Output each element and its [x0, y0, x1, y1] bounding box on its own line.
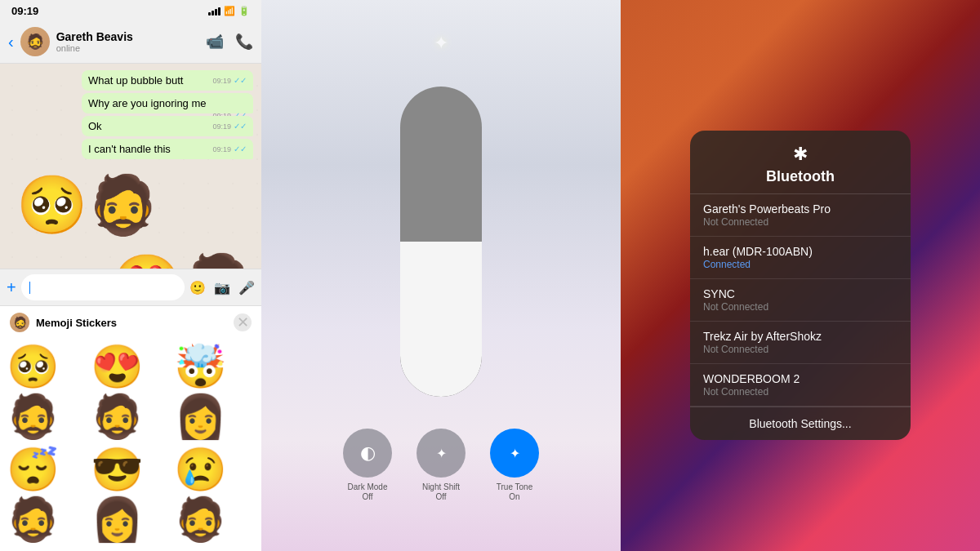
true-tone-icon: ✦ [490, 429, 539, 478]
bluetooth-title: Bluetooth [703, 168, 898, 185]
bluetooth-device-powerbeats[interactable]: Gareth's Powerbeats Pro Not Connected [690, 194, 911, 237]
bluetooth-header: ✱ Bluetooth [690, 131, 911, 193]
sticker-item-6[interactable]: 😢🧔 [174, 445, 255, 544]
night-shift-button[interactable]: ✦ Night ShiftOff [416, 429, 466, 502]
bluetooth-panel: ✱ Bluetooth Gareth's Powerbeats Pro Not … [621, 0, 980, 551]
message-bubble-3: Ok 09:19 ✓✓ [82, 116, 253, 136]
night-shift-label: Night ShiftOff [422, 482, 460, 502]
sticker-item-4[interactable]: 😴🧔 [7, 445, 87, 544]
sticker-grid: 🥺🧔 😍🧔 🤯👩 😴🧔 😎👩 😢🧔 [0, 339, 261, 551]
device-name-powerbeats: Gareth's Powerbeats Pro [703, 202, 898, 216]
whatsapp-panel: 09:19 📶 🔋 ‹ 🧔 Gareth Beavis online 📹 📞 W [0, 0, 261, 551]
device-name-trekz: Trekz Air by AfterShokz [703, 330, 898, 343]
slider-fill [400, 242, 482, 397]
bluetooth-card: ✱ Bluetooth Gareth's Powerbeats Pro Not … [690, 131, 911, 440]
device-status-trekz: Not Connected [703, 344, 898, 355]
microphone-button[interactable]: 🎤 [238, 280, 255, 295]
video-call-icon[interactable]: 📹 [206, 33, 224, 51]
message-bubble-2: Why are you ignoring me 09:19 ✓✓ [82, 93, 253, 113]
sticker-panel-header: 🧔 Memoji Stickers ✕ [0, 306, 261, 339]
sticker-title-row: 🧔 Memoji Stickers [10, 313, 117, 332]
battery-icon: 🔋 [238, 6, 250, 16]
add-attachment-button[interactable]: + [7, 278, 16, 297]
message-input-area: + 🙂 📷 🎤 [0, 269, 261, 305]
double-check-icon-4: ✓✓ [234, 144, 247, 153]
sticker-pack-title: Memoji Stickers [36, 317, 117, 329]
sticker-pack-avatar: 🧔 [10, 313, 29, 332]
brightness-slider[interactable] [400, 87, 482, 397]
sticker-sent: 😍🧔 09:19 ✓✓ [8, 251, 253, 269]
bluetooth-icon: ✱ [703, 144, 898, 165]
dark-mode-button[interactable]: ◐ Dark ModeOff [343, 429, 392, 502]
sticker-item-2[interactable]: 😍🧔 [91, 342, 172, 442]
sticker-item-3[interactable]: 🤯👩 [174, 342, 255, 442]
sticker-item-1[interactable]: 🥺🧔 [7, 342, 87, 442]
dark-mode-icon: ◐ [343, 429, 392, 478]
chat-header: ‹ 🧔 Gareth Beavis online 📹 📞 [0, 22, 261, 64]
wifi-icon: 📶 [224, 6, 235, 16]
contact-status: online [56, 43, 199, 53]
double-check-icon: ✓✓ [234, 76, 247, 85]
display-controls: ◐ Dark ModeOff ✦ Night ShiftOff ✦ True T… [343, 429, 539, 502]
close-sticker-panel-button[interactable]: ✕ [234, 313, 252, 331]
true-tone-button[interactable]: ✦ True ToneOn [490, 429, 539, 502]
contact-name: Gareth Beavis [56, 30, 199, 43]
camera-button[interactable]: 📷 [214, 280, 230, 295]
phone-call-icon[interactable]: 📞 [235, 33, 253, 51]
true-tone-label: True ToneOn [497, 482, 532, 502]
sticker-item-5[interactable]: 😎👩 [91, 445, 172, 544]
chat-area: What up bubble butt 09:19 ✓✓ Why are you… [0, 64, 261, 269]
contact-info: Gareth Beavis online [56, 30, 199, 53]
status-time: 09:19 [11, 5, 38, 17]
signal-bars [208, 7, 220, 16]
device-status-powerbeats: Not Connected [703, 216, 898, 228]
night-shift-icon: ✦ [416, 429, 466, 478]
device-status-wonderboom: Not Connected [703, 386, 898, 398]
device-status-sync: Not Connected [703, 301, 898, 313]
message-input[interactable] [21, 274, 185, 300]
device-name-sync: SYNC [703, 287, 898, 300]
device-name-hear: h.ear (MDR-100ABN) [703, 245, 898, 258]
device-status-hear: Connected [703, 259, 898, 270]
header-icons: 📹 📞 [206, 33, 253, 51]
bluetooth-device-trekz[interactable]: Trekz Air by AfterShokz Not Connected [690, 322, 911, 364]
message-bubble-1: What up bubble butt 09:19 ✓✓ [82, 70, 253, 91]
bluetooth-device-wonderboom[interactable]: WONDERBOOM 2 Not Connected [690, 364, 911, 407]
status-icons: 📶 🔋 [208, 6, 250, 16]
back-button[interactable]: ‹ [8, 33, 14, 51]
dark-mode-label: Dark ModeOff [348, 482, 388, 502]
sticker-button[interactable]: 🙂 [189, 280, 206, 295]
bluetooth-settings-button[interactable]: Bluetooth Settings... [690, 407, 911, 440]
status-bar: 09:19 📶 🔋 [0, 0, 261, 22]
sun-icon: ✦ [434, 33, 448, 54]
bluetooth-device-hear[interactable]: h.ear (MDR-100ABN) Connected [690, 237, 911, 279]
device-name-wonderboom: WONDERBOOM 2 [703, 372, 898, 385]
text-cursor [29, 282, 30, 294]
bluetooth-device-sync[interactable]: SYNC Not Connected [690, 279, 911, 322]
sticker-received: 🥺🧔 [16, 171, 253, 238]
sticker-panel: 🧔 Memoji Stickers ✕ 🥺🧔 😍🧔 🤯👩 😴🧔 😎👩 😢🧔 [0, 305, 261, 551]
brightness-panel: ✦ ◐ Dark ModeOff ✦ Night ShiftOff ✦ True… [261, 0, 621, 551]
contact-avatar: 🧔 [20, 27, 50, 56]
message-bubble-4: I can't handle this 09:19 ✓✓ [82, 139, 253, 159]
input-icon-group: 🙂 📷 🎤 [189, 280, 255, 295]
double-check-icon-3: ✓✓ [234, 122, 247, 131]
